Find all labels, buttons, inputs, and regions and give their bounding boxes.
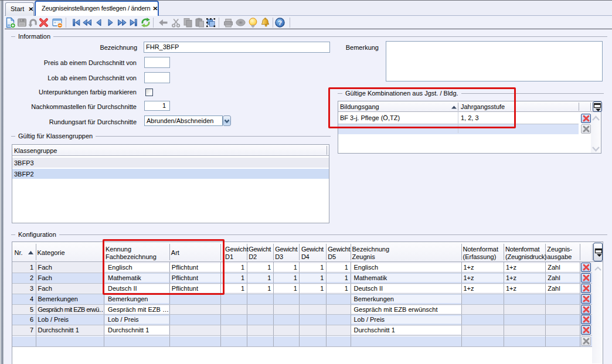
svg-text:?: ? [278, 19, 282, 26]
